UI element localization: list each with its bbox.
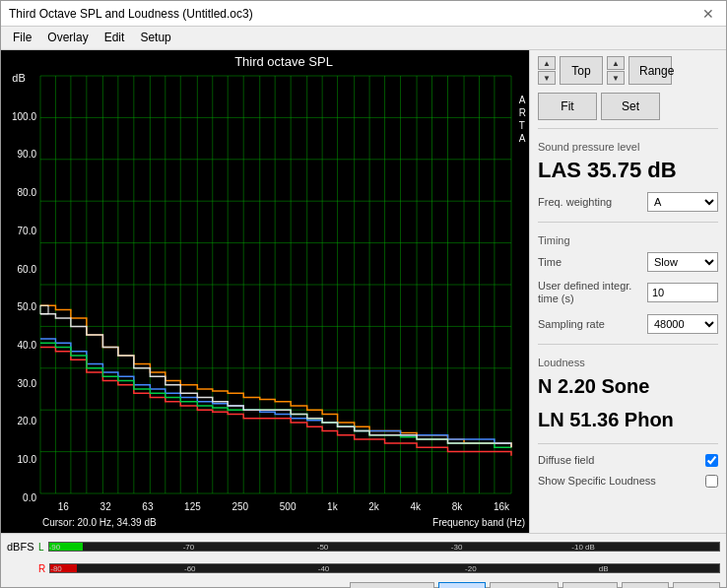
dbfs-top-markers: -90 -70 -50 -30 -10 dB (49, 543, 719, 551)
sampling-row: Sampling rate 44100 48000 96000 (538, 314, 718, 334)
freq-weighting-row: Freq. weighting A B C Z (538, 192, 718, 212)
menu-edit[interactable]: Edit (97, 29, 133, 47)
chart-outer: dB 100.0 90.0 80.0 70.0 60.0 50.0 40.0 3… (1, 50, 529, 533)
x-label-2k: 2k (368, 501, 379, 512)
right-level-bar: -80 -60 -40 -20 dB (49, 563, 720, 573)
show-specific-row: Show Specific Loudness (538, 475, 718, 488)
x-label-8k: 8k (452, 501, 463, 512)
menu-overlay[interactable]: Overlay (39, 29, 96, 47)
top-arrows: ▲ ▼ (538, 56, 556, 85)
y-label-20: 20.0 (1, 416, 36, 426)
cursor-info: Cursor: 20.0 Hz, 34.39 dB Frequency band… (38, 515, 529, 533)
dbfs-bottom-row: dBFS R -80 -60 -40 -20 dB (7, 557, 720, 579)
chart-main: Third octave SPL A R T A 16 32 63 125 25… (38, 50, 529, 533)
y-label-10: 10.0 (1, 454, 36, 465)
divider-4 (538, 443, 718, 444)
dbfs-label-r: dBFS (7, 562, 34, 574)
chart-plot[interactable]: A R T A (38, 72, 529, 497)
spl-canvas (38, 72, 529, 497)
top-range-controls: ▲ ▼ Top ▲ ▼ Range (538, 56, 718, 85)
spl-label: Sound pressure level (538, 141, 718, 153)
freq-band-label: Frequency band (Hz) (432, 517, 525, 531)
time-row: Time Fast Slow (538, 252, 718, 272)
cursor-text: Cursor: 20.0 Hz, 34.39 dB (42, 517, 157, 531)
left-channel-label: L (38, 542, 44, 553)
window-title: Third Octave SPL and Loudness (Untitled.… (9, 7, 253, 21)
loudness-label: Loudness (538, 357, 718, 368)
main-content: dB 100.0 90.0 80.0 70.0 60.0 50.0 40.0 3… (1, 50, 726, 533)
menu-setup[interactable]: Setup (132, 29, 178, 47)
sampling-select[interactable]: 44100 48000 96000 (647, 314, 718, 334)
menu-bar: File Overlay Edit Setup (1, 27, 726, 50)
range-button[interactable]: Range (628, 56, 672, 85)
copy-button[interactable]: Copy (673, 582, 720, 588)
y-label-0: 0.0 (1, 492, 36, 503)
dbfs-area: dBFS L -90 -70 -50 -30 -10 dB dBFS R (1, 534, 726, 579)
y-label-80: 80.0 (1, 187, 36, 198)
loudness-phon: LN 51.36 Phon (538, 408, 718, 431)
left-level-bar: -90 -70 -50 -30 -10 dB (48, 542, 720, 552)
x-label-4k: 4k (411, 501, 422, 512)
title-bar: Third Octave SPL and Loudness (Untitled.… (1, 1, 726, 27)
diffuse-checkbox[interactable] (705, 454, 718, 467)
x-label-32: 32 (100, 501, 111, 512)
bw-button[interactable]: B/W (622, 582, 669, 588)
x-label-1k: 1k (327, 501, 338, 512)
integr-input[interactable]: 10 (647, 283, 718, 302)
overlay-button[interactable]: Overlay (562, 582, 618, 588)
top-button[interactable]: Top (560, 56, 603, 85)
integr-label: User defined integr. time (s) (538, 280, 636, 305)
time-select[interactable]: Fast Slow (647, 252, 718, 272)
x-label-16k: 16k (494, 501, 509, 512)
top-up-arrow[interactable]: ▲ (538, 56, 556, 70)
timing-label: Timing (538, 234, 718, 246)
bottom-bar: dBFS L -90 -70 -50 -30 -10 dB dBFS R (1, 533, 726, 587)
sampling-label: Sampling rate (538, 318, 605, 330)
y-axis-title: dB (1, 72, 36, 84)
fit-set-row: Fit Set (538, 93, 718, 120)
close-button[interactable]: ✕ (698, 6, 718, 22)
top-down-arrow[interactable]: ▼ (538, 71, 556, 85)
x-label-125: 125 (184, 501, 201, 512)
y-axis: dB 100.0 90.0 80.0 70.0 60.0 50.0 40.0 3… (1, 50, 38, 533)
range-down-arrow[interactable]: ▼ (607, 71, 625, 85)
sidebar: ▲ ▼ Top ▲ ▼ Range Fit Set Sound pressure… (529, 50, 726, 533)
x-label-16: 16 (58, 501, 69, 512)
fit-button[interactable]: Fit (538, 93, 597, 120)
loudness-sone: N 2.20 Sone (538, 374, 718, 398)
arta-label: A R T A (519, 94, 526, 145)
freq-weighting-label: Freq. weighting (538, 196, 612, 208)
chart-title-bar: Third octave SPL (38, 50, 529, 72)
set-button[interactable]: Set (601, 93, 660, 120)
range-arrows: ▲ ▼ (607, 56, 625, 85)
y-label-100: 100.0 (1, 111, 36, 122)
stop-button[interactable]: Stop (438, 582, 486, 588)
x-label-250: 250 (231, 501, 248, 512)
integr-row: User defined integr. time (s) 10 (538, 280, 718, 305)
chart-title: Third octave SPL (234, 54, 333, 69)
bottom-buttons: Record/Reset Stop Pink Noise Overlay B/W… (1, 579, 726, 588)
y-label-70: 70.0 (1, 226, 36, 236)
divider-1 (538, 128, 718, 129)
y-label-90: 90.0 (1, 149, 36, 160)
diffuse-label: Diffuse field (538, 454, 594, 466)
divider-2 (538, 222, 718, 223)
chart-area: dB 100.0 90.0 80.0 70.0 60.0 50.0 40.0 3… (1, 50, 529, 533)
right-channel-label: R (38, 563, 45, 574)
dbfs-top-row: dBFS L -90 -70 -50 -30 -10 dB (7, 536, 720, 557)
pink-noise-button[interactable]: Pink Noise (490, 582, 560, 588)
dbfs-label: dBFS (7, 541, 34, 553)
y-label-60: 60.0 (1, 264, 36, 275)
main-window: Third Octave SPL and Loudness (Untitled.… (0, 0, 727, 588)
record-reset-button[interactable]: Record/Reset (350, 582, 433, 588)
x-label-63: 63 (142, 501, 153, 512)
menu-file[interactable]: File (5, 29, 39, 47)
range-up-arrow[interactable]: ▲ (607, 56, 625, 70)
divider-3 (538, 344, 718, 345)
freq-weighting-select[interactable]: A B C Z (647, 192, 718, 212)
dbfs-bottom-markers: -80 -60 -40 -20 dB (50, 564, 719, 572)
diffuse-field-row: Diffuse field (538, 454, 718, 467)
show-specific-checkbox[interactable] (705, 475, 718, 488)
y-label-40: 40.0 (1, 340, 36, 351)
y-label-30: 30.0 (1, 378, 36, 389)
